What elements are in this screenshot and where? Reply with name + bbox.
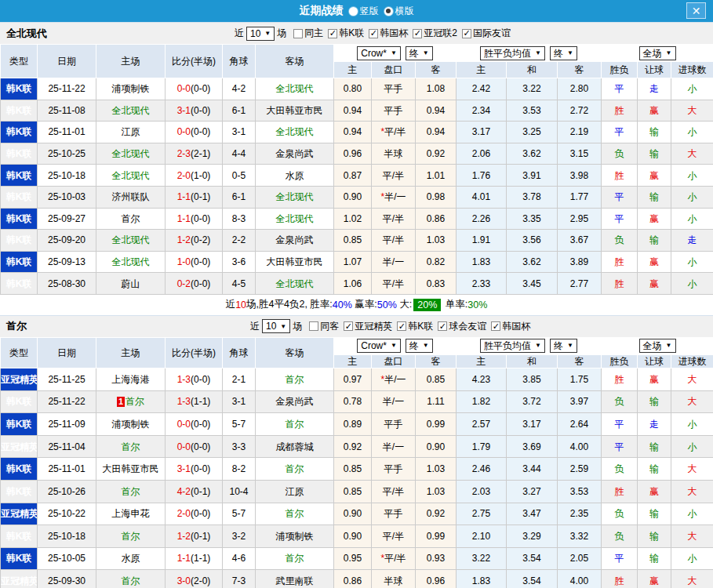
- cell-text: 小: [688, 126, 697, 137]
- cell-text: 半/一: [383, 396, 404, 407]
- cell-league: 韩K联: [1, 525, 38, 548]
- league-label-2[interactable]: 亚冠联2: [424, 27, 457, 40]
- league-label-3[interactable]: 国际友谊: [473, 27, 511, 40]
- scope-select[interactable]: 全场▼: [639, 339, 676, 353]
- cell-mean-draw: 3.53: [507, 100, 558, 122]
- cell-home-odds: 1.07: [334, 251, 372, 273]
- summary-part: 30%: [467, 299, 487, 310]
- cell-mean-draw: 3.27: [507, 480, 558, 503]
- cell-handicap-result: 赢: [638, 570, 671, 588]
- radio-selected-icon[interactable]: [384, 7, 393, 16]
- league-label-0[interactable]: 亚冠精英: [355, 320, 392, 333]
- cell-text: 赢: [649, 278, 659, 289]
- radio-vertical-layout[interactable]: 竖版: [349, 5, 379, 18]
- league-label-3[interactable]: 韩国杯: [502, 320, 530, 333]
- same-venue-label[interactable]: 同主: [304, 27, 323, 40]
- cell-mean-away: 4.00: [558, 570, 602, 588]
- final-odds-select[interactable]: 终▼: [406, 46, 433, 60]
- cell-handicap-result: 输: [638, 525, 671, 548]
- league-label-2[interactable]: 球会友谊: [449, 320, 486, 333]
- mean-odds-select[interactable]: 胜平负均值▼: [480, 339, 545, 353]
- cell-home-odds: 0.90: [334, 503, 372, 525]
- cell-handicap: 平/半: [372, 165, 416, 187]
- cell-text: 江原: [122, 126, 140, 137]
- cell-home-odds: 0.90: [334, 525, 372, 548]
- sub-mean-home: 主: [457, 354, 507, 368]
- cell-corners: 4-4: [223, 143, 256, 165]
- table-row: 韩K联25-11-22浦项制铁0-0(0-0)4-2全北现代0.80平手1.08…: [1, 78, 713, 100]
- cell-handicap-result: 走: [638, 78, 671, 100]
- league-label-1[interactable]: 韩国杯: [380, 27, 408, 40]
- league-checkbox-2[interactable]: [413, 29, 422, 38]
- radio-vertical-label[interactable]: 竖版: [360, 5, 379, 18]
- cell-date: 25-10-18: [38, 165, 96, 187]
- cell-result: 平: [602, 413, 638, 436]
- titlebar: 近期战绩 竖版 横版 ✕: [0, 0, 713, 22]
- cell-text: 水原: [286, 170, 304, 181]
- bookmaker-select[interactable]: Crow*▼: [357, 339, 401, 353]
- col-date: 日期: [38, 45, 96, 78]
- cell-home-odds: 0.96: [334, 143, 372, 165]
- cell-mean-home: 2.46: [457, 458, 507, 481]
- cell-mean-away: 2.80: [558, 78, 602, 100]
- cell-score: 3-1(0-0): [166, 100, 223, 122]
- league-checkbox-1[interactable]: [397, 321, 406, 331]
- cell-handicap-result: 赢: [638, 273, 671, 295]
- same-venue-checkbox[interactable]: [293, 29, 303, 38]
- same-venue-checkbox[interactable]: [309, 321, 318, 331]
- cell-goals: 小: [671, 435, 713, 458]
- cell-corners: 3-6: [223, 251, 256, 273]
- league-checkbox-1[interactable]: [369, 29, 378, 38]
- league-checkbox-0[interactable]: [344, 321, 353, 331]
- mean-final-select[interactable]: 终▼: [550, 339, 577, 353]
- league-label-0[interactable]: 韩K联: [339, 27, 364, 40]
- league-checkbox-0[interactable]: [328, 29, 337, 38]
- radio-horizontal-layout[interactable]: 横版: [384, 5, 414, 18]
- close-button[interactable]: ✕: [686, 2, 706, 19]
- mean-odds-select[interactable]: 胜平负均值▼: [480, 46, 545, 60]
- final-odds-select[interactable]: 终▼: [406, 339, 433, 353]
- cell-corners: 6-1: [223, 186, 256, 208]
- cell-result: 胜: [602, 100, 638, 122]
- cell-away-team: 浦项制铁: [256, 525, 334, 548]
- cell-text: 平: [615, 441, 624, 452]
- cell-corners: 3-2: [223, 525, 256, 548]
- scope-select[interactable]: 全场▼: [639, 46, 676, 60]
- cell-away-team: 首尔: [256, 458, 334, 481]
- table-row: 韩K联25-09-20全北现代1-2(0-2)2-2金泉尚武0.85平/半1.0…: [1, 230, 713, 252]
- cell-mean-home: 2.42: [457, 78, 507, 100]
- cell-text: 负: [615, 508, 624, 519]
- bookmaker-select[interactable]: Crow*▼: [357, 46, 401, 60]
- cell-text: 负: [615, 234, 624, 245]
- cell-text: 半/一: [383, 441, 404, 452]
- halftime-score: (0-0): [191, 126, 210, 137]
- mean-final-select[interactable]: 终▼: [550, 46, 577, 60]
- halftime-score: (0-1): [191, 191, 210, 202]
- match-count-select[interactable]: 10▼: [246, 27, 275, 41]
- cell-text: 首尔: [286, 419, 304, 430]
- fulltime-score: 4-2: [177, 486, 191, 497]
- match-count-select[interactable]: 10▼: [262, 319, 290, 333]
- cell-text: 输: [649, 396, 659, 407]
- cell-date: 25-08-30: [38, 273, 96, 295]
- bookmaker-select-value: Crow*: [361, 341, 387, 350]
- league-checkbox-3[interactable]: [491, 321, 500, 331]
- cell-text: 赢: [649, 486, 659, 497]
- same-venue-label[interactable]: 同客: [320, 320, 339, 333]
- cell-corners: 3-1: [223, 122, 256, 143]
- cell-text: 走: [649, 83, 659, 94]
- cell-text: 半/一: [383, 256, 404, 267]
- league-label-1[interactable]: 韩K联: [408, 320, 433, 333]
- mean-select-group: 胜平负均值▼终▼: [457, 337, 602, 354]
- cell-result: 负: [602, 143, 638, 165]
- cell-result: 胜: [602, 273, 638, 295]
- league-checkbox-2[interactable]: [438, 321, 447, 331]
- cell-away-odds: 0.85: [416, 368, 457, 390]
- cell-text: 输: [649, 234, 659, 245]
- radio-horizontal-label[interactable]: 横版: [395, 5, 414, 18]
- league-checkbox-3[interactable]: [462, 29, 471, 38]
- cell-away-team: 大田韩亚市民: [256, 251, 334, 273]
- radio-unselected-icon[interactable]: [349, 7, 358, 16]
- cell-home-team: 首尔: [96, 480, 166, 503]
- cell-date: 25-10-03: [38, 186, 96, 208]
